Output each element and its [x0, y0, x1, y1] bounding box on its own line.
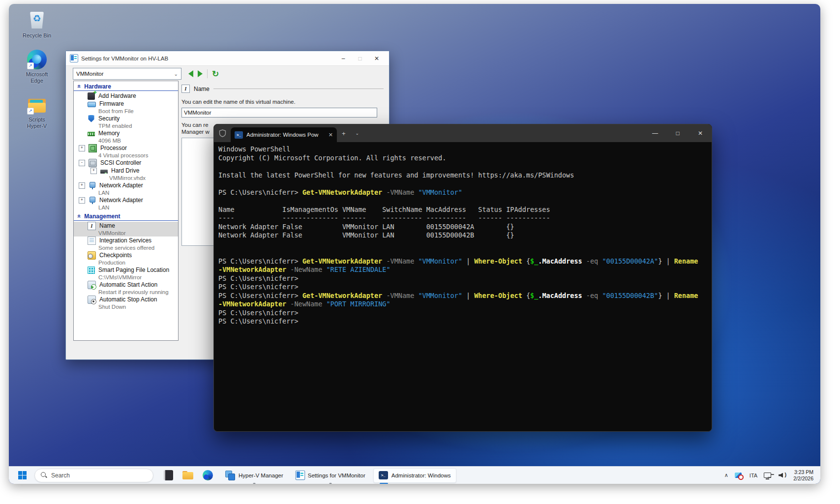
tray-chevron-up-icon[interactable]: ∧: [724, 472, 728, 478]
terminal-line: -VMNetworkAdapter -NewName "PORT MIRRORI…: [218, 300, 712, 309]
desktop-icon-microsoft-edge[interactable]: ↗Microsoft Edge: [16, 50, 58, 84]
tree-item-automatic-start-action[interactable]: Automatic Start Action: [74, 281, 178, 289]
tree-item-label: Hard Drive: [111, 167, 139, 174]
expander-icon[interactable]: +: [79, 182, 85, 189]
language-indicator[interactable]: ITA: [750, 473, 757, 478]
terminal-line: [218, 162, 712, 171]
terminal-tabbar[interactable]: >_ Administrator: Windows Pow ✕ + ⌄ — □ …: [214, 124, 712, 142]
tree-item-subtext: LAN: [74, 189, 178, 196]
terminal-line: Network Adapter False VMMonitor LAN 0015…: [218, 231, 712, 240]
tree-item-label: Integration Services: [99, 237, 151, 244]
tree-item-network-adapter[interactable]: +Network Adapter: [74, 181, 178, 189]
clock-date: 2/2/2026: [793, 475, 813, 482]
network-icon: [89, 182, 96, 189]
tree-item-checkpoints[interactable]: Checkpoints: [74, 251, 178, 259]
start-button[interactable]: [14, 469, 30, 482]
expander-icon[interactable]: -: [79, 160, 85, 166]
tab-close-icon[interactable]: ✕: [329, 132, 333, 138]
desktop-icon-label: Microsoft Edge: [16, 71, 58, 84]
pane-header-rule: [213, 89, 384, 89]
scsi-icon: [89, 159, 97, 167]
expander-icon[interactable]: +: [79, 197, 85, 204]
terminal-line: -VMNetworkAdapter -NewName "RETE AZIENDA…: [218, 266, 712, 274]
settings-titlebar[interactable]: Settings for VMMonitor on HV-LAB – □ ✕: [66, 51, 389, 66]
tree-item-label: Automatic Start Action: [99, 281, 157, 288]
taskbar-app-hyper-v-manager[interactable]: Hyper-V Manager: [220, 469, 288, 482]
search-icon: [41, 472, 47, 478]
tree-item-network-adapter[interactable]: +Network Adapter: [74, 196, 178, 204]
tree-item-label: Add Hardware: [98, 92, 136, 99]
taskbar-pinned-pinned-dark-app[interactable]: [160, 469, 176, 482]
firmware-icon: [88, 102, 96, 107]
tree-item-subtext: 4096 MB: [74, 137, 178, 144]
tree-item-label: Network Adapter: [99, 197, 143, 204]
settings-maximize-button: □: [352, 53, 368, 64]
tree-item-subtext: 4 Virtual processors: [74, 152, 178, 159]
tree-item-subtext: VMMirror.vhdx: [74, 175, 178, 181]
settings-minimize-button[interactable]: –: [335, 53, 352, 64]
taskbar-app-label: Hyper-V Manager: [239, 473, 283, 478]
terminal-content[interactable]: Windows PowerShellCopyright (C) Microsof…: [214, 142, 712, 326]
tree-item-label: Firmware: [99, 100, 124, 107]
checkpoints-icon: [88, 251, 96, 260]
terminal-line: ---- -------------- ------ ---------- --…: [218, 214, 712, 223]
terminal-line: PS C:\Users\nicferr>: [218, 283, 712, 292]
shortcut-arrow-icon: ↗: [27, 108, 34, 115]
desktop-icon-recycle-bin[interactable]: ♻Recycle Bin: [16, 11, 58, 39]
taskbar-app-administrator-windows[interactable]: >_Administrator: Windows: [373, 468, 456, 483]
tree-item-subtext: TPM enabled: [74, 122, 178, 129]
tree-item-name[interactable]: Name: [74, 222, 178, 230]
tree-item-subtext: C:\VMs\VMMirror: [74, 274, 178, 281]
desktop: ♻Recycle Bin↗Microsoft Edge↗Scripts Hype…: [9, 4, 820, 484]
add-hardware-icon: [88, 92, 95, 100]
terminal-close-button[interactable]: ✕: [689, 124, 712, 142]
tree-item-hard-drive[interactable]: +Hard Drive: [74, 167, 178, 175]
settings-close-button[interactable]: ✕: [368, 53, 385, 64]
tree-item-label: SCSI Controller: [100, 159, 141, 166]
recycle-bin-icon: ♻: [27, 11, 47, 30]
network-icon[interactable]: [764, 472, 772, 479]
tree-section-hardware[interactable]: «Hardware: [74, 81, 178, 91]
terminal-line: PS C:\Users\nicferr>: [218, 274, 712, 283]
terminal-line: PS C:\Users\nicferr> Get-VMNetworkAdapte…: [218, 292, 712, 300]
autostart-icon: [88, 281, 96, 289]
folder-icon: ↗: [27, 95, 47, 115]
nav-forward-icon[interactable]: [198, 70, 203, 77]
refresh-icon[interactable]: ↻: [212, 70, 219, 78]
name-section-icon: [181, 85, 190, 93]
tree-item-security[interactable]: Security: [74, 115, 178, 122]
terminal-maximize-button[interactable]: □: [666, 124, 689, 142]
nav-back-icon[interactable]: [188, 70, 193, 77]
tree-item-firmware[interactable]: Firmware: [74, 100, 178, 108]
taskbar-pinned-file-explorer[interactable]: [180, 469, 196, 482]
tree-item-scsi-controller[interactable]: -SCSI Controller: [74, 159, 178, 167]
new-tab-button[interactable]: +: [337, 124, 351, 142]
volume-icon[interactable]: [779, 472, 787, 479]
tree-item-automatic-stop-action[interactable]: Automatic Stop Action: [74, 296, 178, 303]
tree-section-management[interactable]: «Management: [74, 211, 178, 221]
taskbar-pinned-microsoft-edge[interactable]: [200, 469, 215, 482]
terminal-tab[interactable]: >_ Administrator: Windows Pow ✕: [231, 127, 337, 142]
tab-dropdown-icon[interactable]: ⌄: [351, 124, 364, 142]
taskbar-clock[interactable]: 3:23 PM 2/2/2026: [793, 469, 813, 481]
tree-item-integration-services[interactable]: Integration Services: [74, 237, 178, 244]
taskbar-app-settings-for-vmmonitor[interactable]: Settings for VMMonitor: [291, 469, 370, 482]
tree-item-processor[interactable]: +Processor: [74, 144, 178, 152]
terminal-line: [218, 179, 712, 188]
expander-icon[interactable]: +: [79, 145, 85, 151]
tree-item-memory[interactable]: Memory: [74, 129, 178, 137]
tree-item-add-hardware[interactable]: Add Hardware: [74, 92, 178, 100]
taskbar-search[interactable]: Search: [34, 469, 153, 482]
vm-name-input[interactable]: VMMonitor: [181, 108, 377, 118]
tree-item-smart-paging-file-location[interactable]: Smart Paging File Location: [74, 266, 178, 274]
edge-icon: [203, 470, 213, 480]
terminal-minimize-button[interactable]: —: [644, 124, 666, 142]
system-tray: ∧ ITA 3:23 PM 2/2/2026: [724, 469, 815, 481]
processor-icon: [89, 144, 97, 152]
desktop-icon-scripts-hyper-v[interactable]: ↗Scripts Hyper-V: [16, 95, 58, 129]
hyperv-tray-icon[interactable]: [735, 472, 743, 479]
expander-icon[interactable]: +: [90, 168, 97, 174]
collapse-chevrons-icon: «: [76, 214, 83, 218]
vm-selector-dropdown[interactable]: VMMonitor ⌄: [73, 68, 181, 80]
tree-item-label: Automatic Stop Action: [99, 296, 157, 303]
